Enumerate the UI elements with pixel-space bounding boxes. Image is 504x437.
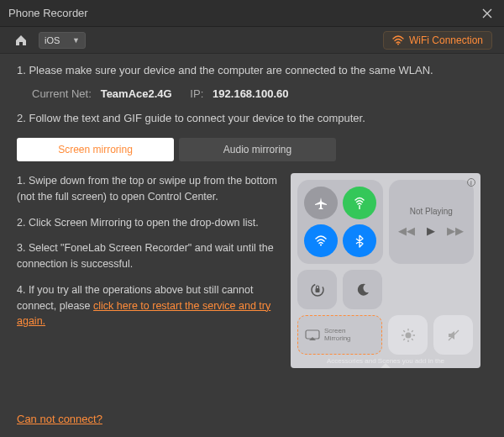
- brightness-slider: [388, 315, 428, 355]
- content: 1. Please make sure your device and the …: [0, 54, 504, 368]
- steps-column: 1. Swipe down from the top or swipe up f…: [17, 173, 277, 368]
- os-selected-value: iOS: [45, 35, 60, 45]
- orientation-lock-icon: [309, 282, 326, 298]
- media-controls: ◀◀ ▶ ▶▶: [398, 224, 464, 237]
- svg-line-11: [412, 339, 413, 340]
- wifi-icon: [392, 35, 404, 45]
- preview-row-2: [297, 270, 474, 309]
- step-2: 2. Click Screen Mirroring to open the dr…: [17, 215, 277, 231]
- instruction-1: 1. Please make sure your device and the …: [17, 62, 487, 79]
- svg-line-10: [403, 330, 405, 332]
- svg-point-1: [320, 244, 322, 245]
- preview-row-3: Screen Mirroring: [297, 315, 474, 355]
- play-icon: ▶: [427, 224, 435, 237]
- wifi-icon: [314, 234, 328, 248]
- current-net-label: Current Net:: [32, 87, 92, 100]
- svg-line-12: [403, 339, 405, 340]
- media-tile: Not Playing ◀◀ ▶ ▶▶: [389, 180, 474, 264]
- ip-label: IP:: [190, 87, 203, 100]
- window-title: Phone Recorder: [8, 7, 88, 19]
- chevron-down-icon: ▼: [72, 36, 80, 45]
- topbar: iOS ▼ WiFi Connection: [0, 27, 504, 54]
- bluetooth-button: [343, 224, 376, 257]
- connectivity-tile: [297, 180, 383, 264]
- wifi-connection-badge[interactable]: WiFi Connection: [383, 31, 492, 50]
- cellular-icon: [353, 197, 366, 210]
- svg-point-0: [397, 43, 399, 45]
- orientation-lock-tile: [297, 270, 337, 309]
- close-icon: [482, 8, 492, 18]
- preview-footer-text: Accessories and Scenes you add in the: [291, 357, 480, 365]
- moon-icon: [355, 282, 370, 297]
- screen-mirroring-label: Screen Mirroring: [324, 328, 351, 343]
- info-icon: i: [467, 178, 475, 187]
- screen-mirroring-icon: [305, 329, 320, 341]
- airplane-icon: [314, 197, 328, 210]
- next-track-icon: ▶▶: [447, 224, 464, 237]
- ip-value: 192.168.100.60: [213, 87, 288, 100]
- cannot-connect-link[interactable]: Can not connect?: [17, 413, 102, 425]
- home-button[interactable]: [12, 31, 30, 50]
- svg-line-13: [412, 330, 413, 332]
- mirroring-tabs: Screen mirroring Audio mirroring: [17, 138, 336, 161]
- close-button[interactable]: [479, 5, 496, 22]
- volume-mute-icon: [446, 328, 461, 343]
- svg-rect-3: [315, 288, 319, 292]
- prev-track-icon: ◀◀: [398, 224, 415, 237]
- cellular-data-button: [343, 187, 376, 219]
- volume-slider: [433, 315, 473, 355]
- network-info: Current Net: TeamAce2.4G IP: 192.168.100…: [17, 87, 487, 100]
- not-playing-label: Not Playing: [410, 207, 453, 216]
- step-4: 4. If you try all the operations above b…: [17, 282, 277, 329]
- svg-point-5: [405, 332, 411, 338]
- tab-screen-mirroring[interactable]: Screen mirroring: [17, 138, 174, 161]
- body-row: 1. Swipe down from the top or swipe up f…: [17, 173, 487, 368]
- preview-row-1: Not Playing ◀◀ ▶ ▶▶: [297, 180, 474, 264]
- wifi-label: WiFi Connection: [409, 34, 483, 46]
- instruction-2: 2. Follow the text and GIF guide to conn…: [17, 110, 487, 127]
- do-not-disturb-tile: [343, 270, 382, 309]
- airplane-mode-button: [304, 187, 338, 219]
- current-net-value: TeamAce2.4G: [101, 87, 172, 100]
- screen-mirroring-tile: Screen Mirroring: [297, 315, 382, 355]
- brightness-icon: [401, 328, 416, 343]
- os-selector[interactable]: iOS ▼: [39, 32, 86, 49]
- step-1: 1. Swipe down from the top or swipe up f…: [17, 173, 277, 205]
- titlebar: Phone Recorder: [0, 0, 504, 27]
- tab-audio-mirroring[interactable]: Audio mirroring: [179, 138, 336, 161]
- bluetooth-icon: [353, 234, 366, 248]
- wifi-toggle-button: [304, 224, 338, 257]
- home-icon: [14, 34, 28, 47]
- control-center-preview: i Not Playing: [291, 173, 480, 368]
- step-3: 3. Select "FoneLab Screen Recorder" and …: [17, 240, 277, 272]
